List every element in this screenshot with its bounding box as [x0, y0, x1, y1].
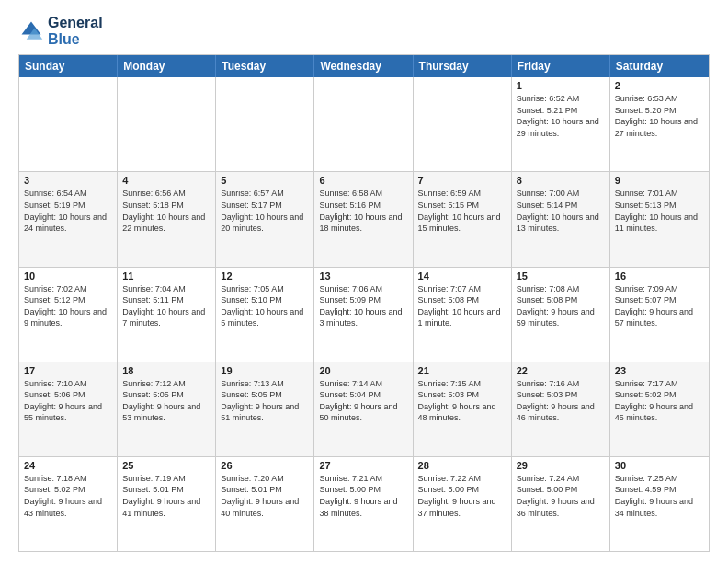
day-number: 21 [418, 365, 506, 376]
day-info: Sunrise: 7:19 AM Sunset: 5:01 PM Dayligh… [122, 473, 210, 519]
day-info: Sunrise: 7:25 AM Sunset: 4:59 PM Dayligh… [615, 473, 704, 519]
calendar-day-cell: 22Sunrise: 7:16 AM Sunset: 5:03 PM Dayli… [512, 362, 610, 456]
day-number: 8 [517, 175, 605, 186]
day-number: 16 [615, 270, 704, 282]
day-number: 9 [615, 175, 704, 186]
day-info: Sunrise: 7:17 AM Sunset: 5:02 PM Dayligh… [615, 378, 704, 424]
day-info: Sunrise: 7:22 AM Sunset: 5:00 PM Dayligh… [418, 473, 506, 519]
calendar-day-cell: 12Sunrise: 7:05 AM Sunset: 5:10 PM Dayli… [216, 268, 314, 362]
day-number: 22 [517, 365, 605, 376]
day-info: Sunrise: 6:53 AM Sunset: 5:20 PM Dayligh… [615, 93, 704, 139]
calendar-day-cell: 24Sunrise: 7:18 AM Sunset: 5:02 PM Dayli… [19, 457, 118, 551]
calendar-empty-cell [19, 77, 118, 171]
calendar-row: 1Sunrise: 6:52 AM Sunset: 5:21 PM Daylig… [19, 77, 709, 171]
day-info: Sunrise: 7:09 AM Sunset: 5:07 PM Dayligh… [615, 283, 704, 329]
day-number: 28 [418, 460, 506, 471]
calendar-body: 1Sunrise: 6:52 AM Sunset: 5:21 PM Daylig… [19, 77, 709, 551]
calendar-day-cell: 29Sunrise: 7:24 AM Sunset: 5:00 PM Dayli… [512, 457, 610, 551]
header: General Blue [18, 15, 710, 47]
day-info: Sunrise: 7:24 AM Sunset: 5:00 PM Dayligh… [517, 473, 605, 519]
day-info: Sunrise: 7:08 AM Sunset: 5:08 PM Dayligh… [517, 283, 605, 329]
calendar-day-cell: 15Sunrise: 7:08 AM Sunset: 5:08 PM Dayli… [512, 268, 610, 362]
day-number: 17 [24, 365, 112, 376]
calendar-row: 10Sunrise: 7:02 AM Sunset: 5:12 PM Dayli… [19, 267, 709, 362]
calendar-day-cell: 1Sunrise: 6:52 AM Sunset: 5:21 PM Daylig… [512, 77, 610, 171]
logo-text: General Blue [48, 15, 103, 47]
day-number: 30 [615, 460, 704, 471]
calendar-empty-cell [414, 77, 512, 171]
calendar-day-cell: 19Sunrise: 7:13 AM Sunset: 5:05 PM Dayli… [216, 362, 314, 456]
day-number: 6 [319, 175, 407, 186]
calendar-day-cell: 13Sunrise: 7:06 AM Sunset: 5:09 PM Dayli… [314, 268, 413, 362]
day-info: Sunrise: 7:04 AM Sunset: 5:11 PM Dayligh… [122, 283, 210, 329]
calendar-day-cell: 8Sunrise: 7:00 AM Sunset: 5:14 PM Daylig… [512, 172, 610, 266]
calendar-header-cell: Monday [118, 55, 216, 77]
calendar-day-cell: 2Sunrise: 6:53 AM Sunset: 5:20 PM Daylig… [610, 77, 709, 171]
calendar-day-cell: 9Sunrise: 7:01 AM Sunset: 5:13 PM Daylig… [610, 172, 709, 266]
day-info: Sunrise: 7:14 AM Sunset: 5:04 PM Dayligh… [319, 378, 407, 424]
calendar-day-cell: 23Sunrise: 7:17 AM Sunset: 5:02 PM Dayli… [610, 362, 709, 456]
day-info: Sunrise: 7:13 AM Sunset: 5:05 PM Dayligh… [221, 378, 309, 424]
day-info: Sunrise: 7:12 AM Sunset: 5:05 PM Dayligh… [122, 378, 210, 424]
calendar-day-cell: 17Sunrise: 7:10 AM Sunset: 5:06 PM Dayli… [19, 362, 118, 456]
day-info: Sunrise: 7:02 AM Sunset: 5:12 PM Dayligh… [24, 283, 112, 329]
calendar-row: 3Sunrise: 6:54 AM Sunset: 5:19 PM Daylig… [19, 171, 709, 266]
day-info: Sunrise: 6:52 AM Sunset: 5:21 PM Dayligh… [517, 93, 605, 139]
calendar-row: 24Sunrise: 7:18 AM Sunset: 5:02 PM Dayli… [19, 456, 709, 551]
day-number: 3 [24, 175, 112, 186]
calendar-empty-cell [314, 77, 413, 171]
day-info: Sunrise: 7:00 AM Sunset: 5:14 PM Dayligh… [517, 188, 605, 234]
day-info: Sunrise: 6:56 AM Sunset: 5:18 PM Dayligh… [122, 188, 210, 234]
calendar-day-cell: 3Sunrise: 6:54 AM Sunset: 5:19 PM Daylig… [19, 172, 118, 266]
calendar-day-cell: 10Sunrise: 7:02 AM Sunset: 5:12 PM Dayli… [19, 268, 118, 362]
day-info: Sunrise: 6:54 AM Sunset: 5:19 PM Dayligh… [24, 188, 112, 234]
calendar-day-cell: 27Sunrise: 7:21 AM Sunset: 5:00 PM Dayli… [314, 457, 413, 551]
day-number: 2 [615, 80, 704, 91]
calendar-header-cell: Thursday [414, 55, 512, 77]
day-number: 13 [319, 270, 407, 282]
day-info: Sunrise: 7:06 AM Sunset: 5:09 PM Dayligh… [319, 283, 407, 329]
day-info: Sunrise: 7:05 AM Sunset: 5:10 PM Dayligh… [221, 283, 309, 329]
calendar-day-cell: 14Sunrise: 7:07 AM Sunset: 5:08 PM Dayli… [414, 268, 512, 362]
day-info: Sunrise: 6:59 AM Sunset: 5:15 PM Dayligh… [418, 188, 506, 234]
day-number: 19 [221, 365, 309, 376]
day-info: Sunrise: 7:15 AM Sunset: 5:03 PM Dayligh… [418, 378, 506, 424]
calendar-day-cell: 25Sunrise: 7:19 AM Sunset: 5:01 PM Dayli… [118, 457, 216, 551]
calendar-header-cell: Friday [512, 55, 610, 77]
day-info: Sunrise: 6:57 AM Sunset: 5:17 PM Dayligh… [221, 188, 309, 234]
day-number: 26 [221, 460, 309, 471]
day-number: 20 [319, 365, 407, 376]
day-number: 10 [24, 270, 112, 282]
day-number: 12 [221, 270, 309, 282]
day-number: 23 [615, 365, 704, 376]
calendar-day-cell: 16Sunrise: 7:09 AM Sunset: 5:07 PM Dayli… [610, 268, 709, 362]
day-info: Sunrise: 7:10 AM Sunset: 5:06 PM Dayligh… [24, 378, 112, 424]
day-number: 29 [517, 460, 605, 471]
logo-icon [18, 18, 44, 44]
calendar-header-cell: Wednesday [314, 55, 413, 77]
calendar-day-cell: 18Sunrise: 7:12 AM Sunset: 5:05 PM Dayli… [118, 362, 216, 456]
calendar: SundayMondayTuesdayWednesdayThursdayFrid… [18, 54, 710, 552]
calendar-empty-cell [216, 77, 314, 171]
calendar-day-cell: 21Sunrise: 7:15 AM Sunset: 5:03 PM Dayli… [414, 362, 512, 456]
day-number: 15 [517, 270, 605, 282]
day-number: 18 [122, 365, 210, 376]
day-number: 11 [122, 270, 210, 282]
day-info: Sunrise: 6:58 AM Sunset: 5:16 PM Dayligh… [319, 188, 407, 234]
page: General Blue SundayMondayTuesdayWednesda… [0, 0, 728, 563]
day-info: Sunrise: 7:01 AM Sunset: 5:13 PM Dayligh… [615, 188, 704, 234]
day-info: Sunrise: 7:07 AM Sunset: 5:08 PM Dayligh… [418, 283, 506, 329]
calendar-day-cell: 11Sunrise: 7:04 AM Sunset: 5:11 PM Dayli… [118, 268, 216, 362]
day-info: Sunrise: 7:20 AM Sunset: 5:01 PM Dayligh… [221, 473, 309, 519]
day-number: 25 [122, 460, 210, 471]
calendar-day-cell: 6Sunrise: 6:58 AM Sunset: 5:16 PM Daylig… [314, 172, 413, 266]
day-number: 27 [319, 460, 407, 471]
day-number: 24 [24, 460, 112, 471]
day-number: 1 [517, 80, 605, 91]
calendar-day-cell: 20Sunrise: 7:14 AM Sunset: 5:04 PM Dayli… [314, 362, 413, 456]
calendar-day-cell: 30Sunrise: 7:25 AM Sunset: 4:59 PM Dayli… [610, 457, 709, 551]
calendar-header-row: SundayMondayTuesdayWednesdayThursdayFrid… [19, 55, 709, 77]
logo: General Blue [18, 15, 103, 47]
calendar-day-cell: 28Sunrise: 7:22 AM Sunset: 5:00 PM Dayli… [414, 457, 512, 551]
day-number: 14 [418, 270, 506, 282]
